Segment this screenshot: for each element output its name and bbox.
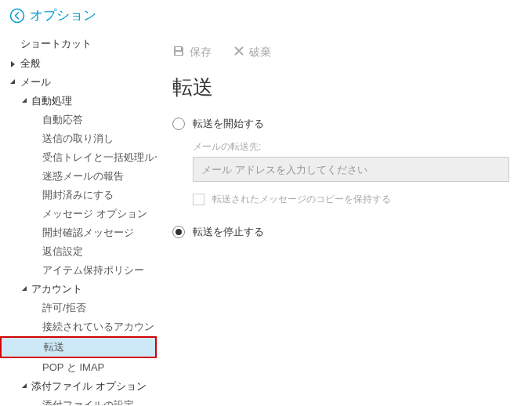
main-panel: 保存 破棄 転送 転送を開始する メールの転送先: 転送されたメッセージのコピー…	[157, 31, 532, 405]
svg-point-0	[11, 9, 24, 22]
sidebar-auto-reply[interactable]: 自動応答	[0, 111, 157, 129]
save-button[interactable]: 保存	[172, 45, 212, 60]
sidebar-inbox-rules[interactable]: 受信トレイと一括処理ルール	[0, 148, 157, 167]
save-label: 保存	[190, 45, 212, 60]
keep-copy-checkbox[interactable]	[193, 194, 204, 205]
discard-label: 破棄	[249, 45, 271, 60]
back-icon[interactable]	[9, 8, 25, 24]
start-forward-label: 転送を開始する	[193, 117, 264, 131]
sidebar-retention[interactable]: アイテム保持ポリシー	[0, 261, 157, 280]
sidebar-connected-accounts[interactable]: 接続されているアカウント	[0, 317, 157, 336]
toolbar: 保存 破棄	[172, 45, 516, 60]
discard-icon	[233, 45, 244, 59]
sidebar-auto-processing[interactable]: 自動処理	[0, 92, 157, 111]
sidebar-message-options[interactable]: メッセージ オプション	[0, 205, 157, 223]
sidebar-attachment-settings[interactable]: 添付ファイルの設定	[0, 396, 157, 405]
radio-start-forward[interactable]	[172, 118, 185, 130]
options-title: オプション	[30, 6, 96, 24]
sidebar-mail[interactable]: メール	[0, 73, 157, 92]
sidebar: ショートカット 全般 メール 自動処理 自動応答 送信の取り消し 受信トレイと一…	[0, 31, 157, 405]
sidebar-reply-settings[interactable]: 返信設定	[0, 242, 157, 261]
highlight-forward: 転送	[0, 336, 157, 358]
keep-copy-label: 転送されたメッセージのコピーを保持する	[212, 193, 391, 206]
sidebar-forward[interactable]: 転送	[2, 338, 155, 357]
save-icon	[172, 45, 185, 60]
forward-to-label: メールの転送先:	[193, 140, 516, 154]
forward-to-input[interactable]	[193, 157, 509, 182]
sidebar-recall[interactable]: 送信の取り消し	[0, 129, 157, 148]
radio-stop-forward[interactable]	[172, 226, 185, 238]
sidebar-pop-imap[interactable]: POP と IMAP	[0, 358, 157, 377]
sidebar-mark-read[interactable]: 開封済みにする	[0, 186, 157, 205]
sidebar-general[interactable]: 全般	[0, 54, 157, 73]
sidebar-junk-report[interactable]: 迷惑メールの報告	[0, 167, 157, 186]
sidebar-attachment-options[interactable]: 添付ファイル オプション	[0, 377, 157, 396]
sidebar-account[interactable]: アカウント	[0, 280, 157, 299]
stop-forward-label: 転送を停止する	[193, 225, 264, 239]
sidebar-shortcuts[interactable]: ショートカット	[0, 34, 157, 54]
sidebar-allow-deny[interactable]: 許可/拒否	[0, 299, 157, 317]
discard-button[interactable]: 破棄	[233, 45, 271, 60]
sidebar-read-receipt[interactable]: 開封確認メッセージ	[0, 223, 157, 242]
page-title: 転送	[172, 74, 516, 101]
